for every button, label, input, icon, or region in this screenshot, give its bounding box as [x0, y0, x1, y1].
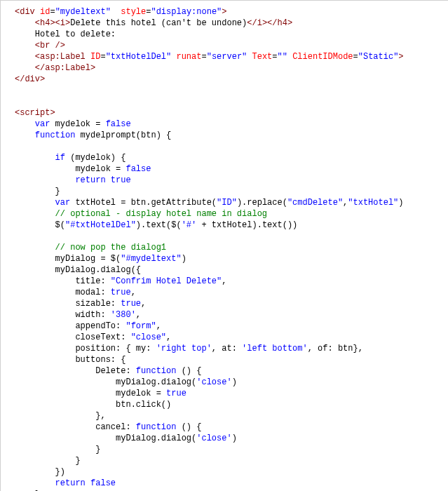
code-line: $("#txtHotelDel").text($('#' + txtHotel)…: [15, 220, 445, 231]
code-line: buttons: {: [15, 354, 445, 365]
code-line: width: '380',: [15, 309, 445, 321]
code-line: myDialog.dialog('close'): [15, 433, 445, 444]
code-line: // now pop the dialog1: [15, 242, 445, 253]
code-line: },: [15, 410, 445, 422]
code-line: if (mydelok) {: [15, 152, 445, 163]
code-line: modal: true,: [15, 287, 445, 298]
code-line: var txtHotel = btn.getAttribute("ID").re…: [15, 197, 445, 208]
code-line: function mydelprompt(btn) {: [15, 130, 445, 141]
code-line: [15, 85, 445, 96]
code-line: return true: [15, 175, 445, 186]
code-line: <script>: [15, 107, 445, 119]
code-line: </div>: [15, 74, 445, 85]
code-line: myDialog.dialog({: [15, 264, 445, 276]
code-line: sizable: true,: [15, 298, 445, 309]
code-line: Delete: function () {: [15, 365, 445, 377]
code-line: [15, 96, 445, 107]
code-line: }): [15, 466, 445, 478]
code-line: [15, 141, 445, 152]
code-editor[interactable]: <div id="mydeltext" style="display:none"…: [0, 0, 448, 491]
code-line: // optional - display hotel name in dial…: [15, 208, 445, 220]
code-line: }: [15, 455, 445, 466]
code-line: return false: [15, 478, 445, 489]
code-line: mydelok = false: [15, 163, 445, 175]
code-line: cancel: function () {: [15, 422, 445, 433]
code-line: myDialog.dialog('close'): [15, 377, 445, 388]
code-line: </asp:Label>: [15, 62, 445, 74]
code-line: title: "Confrim Hotel Delete",: [15, 276, 445, 287]
code-line: position: { my: 'right top', at: 'left b…: [15, 343, 445, 354]
code-line: var mydelok = false: [15, 119, 445, 130]
code-line: <h4><i>Delete this hotel (can't be undon…: [15, 18, 445, 29]
code-line: <div id="mydeltext" style="display:none"…: [15, 6, 445, 18]
code-line: Hotel to delete:: [15, 29, 445, 40]
code-line: btn.click(): [15, 399, 445, 410]
code-line: <asp:Label ID="txtHotelDel" runat="serve…: [15, 51, 445, 62]
code-line: }: [15, 186, 445, 197]
code-line: <br />: [15, 40, 445, 51]
code-line: [15, 231, 445, 242]
code-line: closeText: "close",: [15, 332, 445, 343]
code-line: myDialog = $("#mydeltext"): [15, 253, 445, 264]
code-line: appendTo: "form",: [15, 321, 445, 332]
code-line: mydelok = true: [15, 388, 445, 399]
code-line: }: [15, 444, 445, 455]
